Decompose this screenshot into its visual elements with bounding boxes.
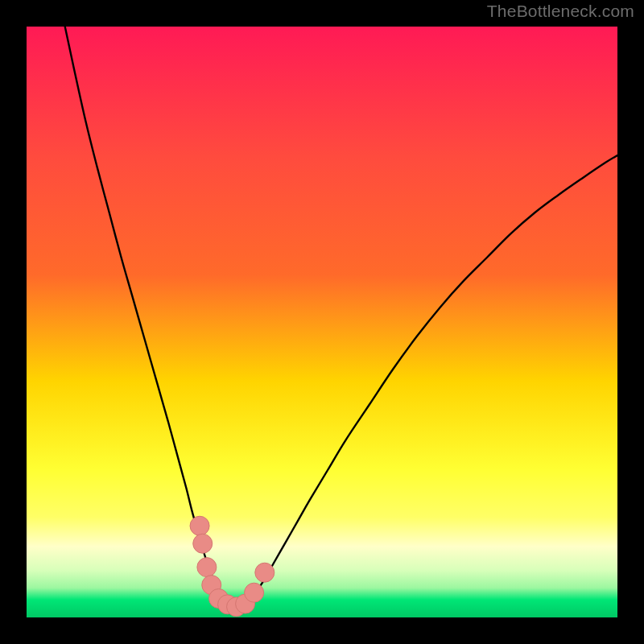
gradient-background	[27, 27, 617, 617]
plot-svg	[27, 27, 617, 617]
watermark-text: TheBottleneck.com	[487, 2, 634, 21]
plot-area	[27, 27, 617, 617]
data-marker	[190, 516, 209, 535]
chart-frame: TheBottleneck.com	[0, 0, 644, 644]
data-marker	[245, 583, 264, 602]
data-marker	[193, 534, 213, 553]
data-marker	[255, 563, 275, 582]
data-marker	[197, 558, 217, 577]
